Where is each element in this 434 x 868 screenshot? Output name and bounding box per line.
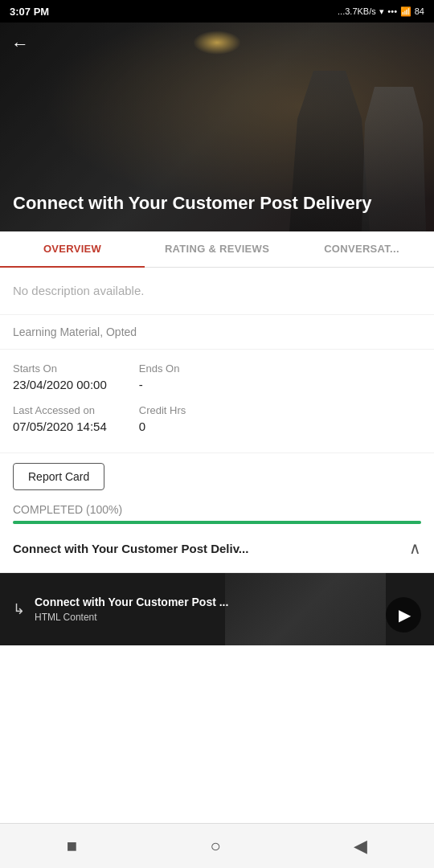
battery-indicator: 84 [415, 6, 424, 16]
report-card-button[interactable]: Report Card [13, 463, 104, 490]
tab-bar: OVERVIEW RATING & REVIEWS CONVERSAT... [0, 231, 434, 268]
play-icon: ▶ [399, 605, 411, 624]
overview-content: No description available. Learning Mater… [0, 268, 434, 645]
hero-title: Connect with Your Customer Post Delivery [13, 192, 421, 215]
last-accessed-item: Last Accessed on 07/05/2020 14:54 [13, 404, 107, 433]
learning-material-section: Learning Material, Opted [0, 315, 434, 350]
back-nav-button[interactable]: ◀ [334, 829, 387, 863]
status-time: 3:07 PM [10, 6, 49, 18]
starts-on-label: Starts On [13, 362, 107, 375]
content-item-arrow-icon: ↳ [13, 600, 25, 618]
network-indicator: ...3.7KB/s [338, 6, 376, 16]
content-item-info: Connect with Your Customer Post ... HTML… [35, 596, 421, 623]
tab-rating-reviews[interactable]: RATING & REVIEWS [145, 231, 289, 267]
credit-hrs-value: 0 [139, 420, 186, 433]
starts-ends-row: Starts On 23/04/2020 00:00 Ends On - [13, 362, 421, 391]
bluetooth-icon: ▾ [379, 6, 384, 17]
starts-on-item: Starts On 23/04/2020 00:00 [13, 362, 107, 391]
accordion-title: Connect with Your Customer Post Deliv... [13, 542, 403, 555]
accordion-header[interactable]: Connect with Your Customer Post Deliv...… [0, 524, 434, 573]
report-card-section: Report Card [0, 453, 434, 497]
starts-on-value: 23/04/2020 00:00 [13, 378, 107, 391]
tab-overview[interactable]: OVERVIEW [0, 231, 145, 268]
dates-section: Starts On 23/04/2020 00:00 Ends On - Las… [0, 350, 434, 453]
credit-hrs-label: Credit Hrs [139, 404, 186, 416]
status-bar: 3:07 PM ...3.7KB/s ▾ ⦁⦁⦁ 📶 84 [0, 0, 434, 23]
play-button[interactable]: ▶ [386, 597, 421, 633]
wifi-icon: 📶 [400, 6, 411, 17]
stop-button[interactable]: ■ [47, 829, 96, 863]
learning-material-label: Learning Material, Opted [13, 326, 137, 338]
tab-conversation[interactable]: CONVERSAT... [289, 231, 434, 267]
hero-light [193, 31, 241, 55]
ends-on-value: - [139, 378, 180, 391]
content-item-type: HTML Content [35, 612, 421, 623]
last-accessed-label: Last Accessed on [13, 404, 107, 416]
no-description-text: No description available. [13, 284, 144, 297]
status-indicators: ...3.7KB/s ▾ ⦁⦁⦁ 📶 84 [338, 6, 424, 17]
completed-section: COMPLETED (100%) [0, 497, 434, 524]
signal-icon: ⦁⦁⦁ [387, 6, 397, 17]
accordion-chevron-icon: ∧ [409, 538, 421, 558]
last-accessed-value: 07/05/2020 14:54 [13, 420, 107, 433]
completed-label: COMPLETED (100%) [13, 503, 421, 516]
accessed-credit-row: Last Accessed on 07/05/2020 14:54 Credit… [13, 404, 421, 433]
home-button[interactable]: ○ [191, 829, 240, 863]
description-section: No description available. [0, 268, 434, 315]
hero-section: ← Connect with Your Customer Post Delive… [0, 23, 434, 231]
content-item[interactable]: ↳ Connect with Your Customer Post ... HT… [0, 573, 434, 645]
bottom-navigation: ■ ○ ◀ [0, 823, 434, 868]
credit-hrs-item: Credit Hrs 0 [139, 404, 186, 433]
back-button[interactable]: ← [6, 29, 34, 59]
ends-on-item: Ends On - [139, 362, 180, 391]
ends-on-label: Ends On [139, 362, 180, 375]
content-item-title: Connect with Your Customer Post ... [35, 596, 421, 608]
